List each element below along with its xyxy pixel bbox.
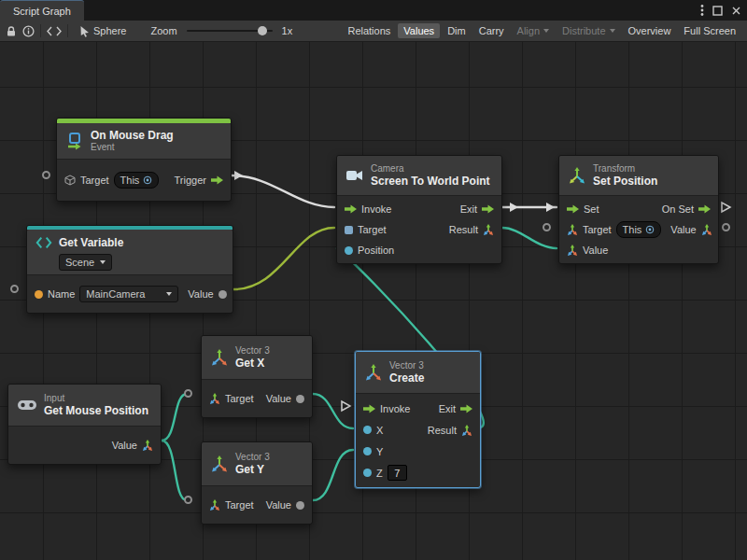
node-title: Get X <box>235 357 270 370</box>
lock-icon[interactable] <box>6 25 17 37</box>
zoom-slider[interactable] <box>187 30 273 32</box>
flow-in-arrow-icon[interactable] <box>363 404 375 413</box>
toolbar-buttons: Relations Values Dim Carry Align Distrib… <box>342 23 741 38</box>
port-circle[interactable] <box>722 223 730 231</box>
kebab-menu-icon[interactable] <box>700 4 704 17</box>
node-create-vector3[interactable]: Vector 3 Create Invoke Exit X Result <box>355 351 481 488</box>
wire-getx-to-x[interactable] <box>313 394 353 428</box>
vector3-port-icon[interactable] <box>209 499 220 511</box>
zoom-value: 1x <box>282 25 293 36</box>
value-out-port[interactable] <box>296 395 304 403</box>
node-set-position[interactable]: Transform Set Position Set On Set Target… <box>558 155 719 264</box>
vector3-port-icon[interactable] <box>701 224 712 235</box>
close-icon[interactable] <box>731 6 741 16</box>
distribute-button[interactable]: Distribute <box>557 23 620 38</box>
flow-out-arrow-icon[interactable] <box>698 204 711 214</box>
string-port[interactable] <box>35 290 43 299</box>
carry-button[interactable]: Carry <box>473 23 510 38</box>
node-category: Vector 3 <box>235 452 270 463</box>
context-selector[interactable]: Sphere <box>74 23 132 39</box>
position-port[interactable] <box>345 246 353 255</box>
variable-scope-dropdown[interactable]: Scene <box>59 254 112 271</box>
node-title: On Mouse Drag <box>91 129 174 142</box>
wire-gety-to-y[interactable] <box>313 450 353 500</box>
align-button[interactable]: Align <box>512 23 555 38</box>
vector3-port-icon[interactable] <box>567 224 578 235</box>
vector3-port-icon[interactable] <box>461 425 472 436</box>
flow-in-arrow-icon[interactable] <box>567 204 579 214</box>
node-category: Vector 3 <box>389 360 424 371</box>
info-icon[interactable] <box>22 25 35 37</box>
node-title: Set Position <box>593 175 657 188</box>
node-category: Vector 3 <box>235 345 270 357</box>
graph-canvas[interactable]: On Mouse Drag Event Target This Trigger <box>0 42 747 560</box>
chevron-down-icon <box>100 260 106 264</box>
relations-button[interactable]: Relations <box>342 23 396 38</box>
flow-port-outline-triangle[interactable] <box>342 401 350 411</box>
wire-mouse-to-getx[interactable] <box>162 394 187 441</box>
on-set-port-label: On Set <box>662 203 694 215</box>
value-out-port[interactable] <box>218 290 227 299</box>
node-get-x[interactable]: Vector 3 Get X Target Value <box>201 335 313 418</box>
y-port[interactable] <box>363 447 372 455</box>
z-port[interactable] <box>363 469 372 477</box>
flow-in-arrow-icon[interactable] <box>345 204 357 214</box>
zoom-slider-handle[interactable] <box>258 26 267 35</box>
port-circle[interactable] <box>42 171 50 179</box>
target-picker-icon <box>143 175 152 185</box>
maximize-icon[interactable] <box>712 6 723 16</box>
flow-out-arrow-icon[interactable] <box>460 404 472 413</box>
cursor-icon <box>79 25 90 37</box>
vector3-port-icon[interactable] <box>142 440 153 451</box>
value-out-port[interactable] <box>296 501 304 510</box>
vector3-port-icon[interactable] <box>567 245 578 256</box>
gameobject-cube-icon[interactable] <box>64 175 76 186</box>
variable-name-dropdown[interactable]: MainCamera <box>79 286 178 302</box>
tab-script-graph[interactable]: Script Graph <box>0 0 84 21</box>
invoke-port-label: Invoke <box>361 203 391 215</box>
graph-toolbar: Sphere Zoom 1x Relations Values Dim Carr… <box>0 21 747 42</box>
overview-button[interactable]: Overview <box>623 23 677 38</box>
node-get-y[interactable]: Vector 3 Get Y Target Value <box>201 441 313 525</box>
code-icon[interactable] <box>47 26 62 36</box>
vector3-icon <box>364 363 383 382</box>
wire-variable-to-target[interactable] <box>233 228 334 289</box>
flow-out-arrow-icon[interactable] <box>211 175 223 185</box>
node-get-mouse-position[interactable]: Input Get Mouse Position Value <box>7 384 162 465</box>
fullscreen-button[interactable]: Full Screen <box>678 23 741 38</box>
flow-port-outline-triangle[interactable] <box>722 203 730 212</box>
node-screen-to-world-point[interactable]: Camera Screen To World Point Invoke Exit… <box>336 155 502 264</box>
port-circle[interactable] <box>184 389 192 398</box>
window-controls <box>700 0 741 21</box>
transform-icon <box>568 166 586 185</box>
x-port[interactable] <box>363 426 372 434</box>
node-category: Transform <box>593 163 657 175</box>
value-in-port-label: Value <box>583 245 608 256</box>
port-circle[interactable] <box>184 496 192 504</box>
wire-arrowhead <box>234 171 243 180</box>
wire-trigger-to-invoke[interactable] <box>232 175 334 207</box>
this-object-chip[interactable]: This <box>114 172 160 189</box>
port-circle[interactable] <box>543 223 551 231</box>
values-button[interactable]: Values <box>398 23 440 38</box>
trigger-port-label: Trigger <box>175 175 206 186</box>
wire-arrowhead <box>546 203 555 212</box>
dim-button[interactable]: Dim <box>442 23 472 38</box>
node-get-variable[interactable]: Get Variable Scene Name MainCamera <box>26 225 233 314</box>
node-on-mouse-drag[interactable]: On Mouse Drag Event Target This Trigger <box>56 118 232 202</box>
flow-out-arrow-icon[interactable] <box>482 204 494 214</box>
z-value-field[interactable]: 7 <box>388 465 407 481</box>
toolbar-divider <box>67 24 68 37</box>
wire-mouse-to-gety[interactable] <box>162 441 187 500</box>
vector3-port-icon[interactable] <box>483 224 494 235</box>
this-object-chip[interactable]: This <box>616 221 662 238</box>
camera-icon <box>345 168 364 183</box>
x-port-label: X <box>376 425 383 436</box>
button-label: Align <box>517 25 540 36</box>
chevron-down-icon <box>610 29 615 33</box>
port-circle[interactable] <box>10 285 19 293</box>
invoke-port-label: Invoke <box>380 403 410 414</box>
camera-object-port[interactable] <box>345 226 353 234</box>
value-port-label: Value <box>266 393 291 404</box>
vector3-port-icon[interactable] <box>209 393 220 404</box>
